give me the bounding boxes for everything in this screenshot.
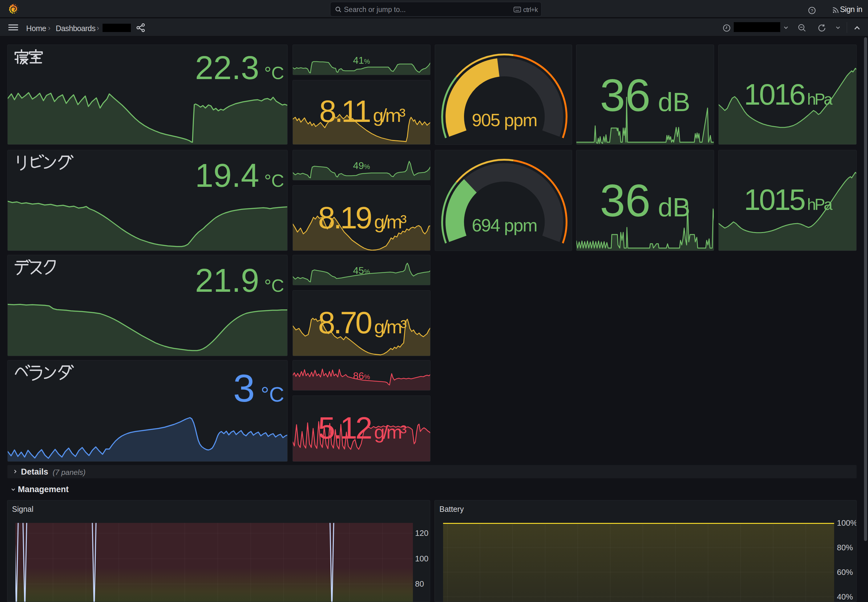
svg-text:?: ? (811, 8, 813, 13)
